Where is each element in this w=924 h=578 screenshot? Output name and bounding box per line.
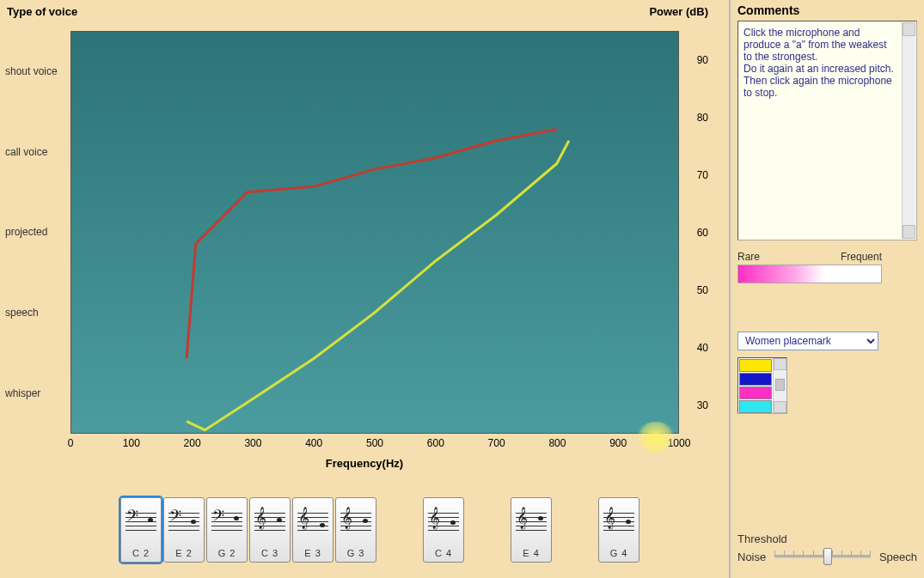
note-button-label: E 2 — [175, 548, 193, 558]
note-head-icon — [538, 516, 543, 520]
note-head-icon — [320, 523, 325, 527]
color-swatch[interactable] — [739, 359, 772, 372]
x-tick: 100 — [123, 437, 140, 449]
note-head-icon — [191, 520, 196, 524]
y2-tick-labels: 30405060708090 — [681, 31, 708, 434]
threshold-title: Threshold — [737, 532, 917, 545]
color-palette-list[interactable] — [737, 357, 787, 414]
bass-clef-icon: 𝄢 — [212, 508, 224, 527]
scroll-up-button[interactable] — [903, 22, 915, 36]
note-head-icon — [626, 520, 631, 524]
placemark-section: Women placemark — [737, 332, 917, 414]
y-category-label: whisper — [5, 388, 69, 399]
x-tick: 500 — [366, 437, 383, 449]
x-tick: 400 — [305, 437, 322, 449]
note-button-e4[interactable]: 𝄞E 4 — [511, 497, 552, 563]
bass-clef-icon: 𝄢 — [126, 508, 138, 527]
y2-tick: 40 — [697, 342, 708, 354]
treble-clef-icon: 𝄞 — [255, 508, 266, 527]
note-button-label: G 2 — [218, 548, 236, 558]
threshold-section: Threshold Noise Speech — [737, 532, 917, 571]
note-button-label: C 3 — [261, 548, 278, 558]
treble-clef-icon: 𝄞 — [604, 508, 615, 527]
y2-tick: 50 — [697, 284, 708, 296]
y2-tick: 80 — [697, 112, 708, 124]
note-button-label: C 4 — [435, 548, 452, 558]
note-head-icon — [234, 516, 239, 520]
note-head-icon — [363, 519, 368, 523]
note-button-label: E 3 — [304, 548, 321, 558]
bass-clef-icon: 𝄢 — [169, 508, 181, 527]
y2-axis-title: Power (dB) — [649, 5, 708, 18]
note-button-g3[interactable]: 𝄞G 3 — [335, 497, 376, 563]
threshold-slider-thumb[interactable] — [823, 548, 832, 565]
y-axis-title: Type of voice — [7, 5, 77, 18]
comments-heading: Comments — [737, 3, 917, 17]
x-tick: 900 — [609, 437, 627, 449]
right-pane: Comments Click the microphone and produc… — [731, 0, 924, 578]
x-tick: 300 — [244, 437, 261, 449]
note-button-label: E 4 — [523, 548, 540, 558]
y-category-label: call voice — [5, 147, 69, 157]
palette-scrollbar[interactable] — [773, 358, 786, 413]
scroll-down-button[interactable] — [903, 225, 915, 239]
color-swatch[interactable] — [739, 400, 772, 413]
palette-scroll-thumb[interactable] — [775, 379, 785, 391]
treble-clef-icon: 𝄞 — [429, 508, 440, 527]
x-tick: 200 — [184, 437, 201, 449]
note-button-g4[interactable]: 𝄞G 4 — [598, 497, 639, 563]
x-tick: 0 — [68, 437, 74, 449]
x-tick: 800 — [548, 437, 566, 449]
threshold-label-speech: Speech — [879, 551, 917, 563]
treble-clef-icon: 𝄞 — [517, 508, 528, 527]
note-button-c3[interactable]: 𝄞C 3 — [249, 497, 291, 563]
y-category-labels: shout voicecall voiceprojectedspeechwhis… — [0, 31, 69, 434]
note-button-label: C 2 — [132, 548, 150, 558]
threshold-label-noise: Noise — [737, 551, 766, 563]
y2-tick: 60 — [697, 227, 708, 239]
plot-canvas[interactable] — [70, 31, 679, 434]
series-yellow — [187, 141, 569, 430]
y-category-label: projected — [5, 227, 69, 237]
palette-scroll-up[interactable] — [774, 358, 786, 370]
note-head-icon — [450, 520, 456, 525]
y-category-label: shout voice — [5, 66, 69, 76]
x-tick-labels: 01002003004005006007008009001000 — [70, 437, 679, 453]
color-swatch[interactable] — [739, 386, 772, 399]
freq-label-rare: Rare — [737, 251, 760, 263]
comments-scrollbar[interactable] — [902, 22, 915, 239]
note-head-icon — [277, 518, 282, 522]
palette-scroll-down[interactable] — [774, 401, 786, 413]
y-category-label: speech — [5, 307, 69, 318]
note-button-e2[interactable]: 𝄢E 2 — [163, 497, 205, 563]
left-pane: Type of voice Power (dB) shout voicecall… — [0, 0, 731, 578]
freq-label-frequent: Frequent — [841, 251, 882, 263]
treble-clef-icon: 𝄞 — [298, 508, 309, 527]
note-button-g2[interactable]: 𝄢G 2 — [206, 497, 248, 563]
comments-text: Click the microphone and produce a "a" f… — [743, 27, 913, 99]
threshold-slider[interactable] — [771, 547, 874, 566]
x-tick: 600 — [427, 437, 444, 449]
x-axis-title: Frequency(Hz) — [326, 457, 403, 470]
y2-tick: 30 — [697, 399, 708, 411]
frequency-gradient-bar — [737, 265, 882, 283]
color-swatch[interactable] — [739, 373, 772, 386]
note-buttons-row: 𝄢C 2𝄢E 2𝄢G 2𝄞C 3𝄞E 3𝄞G 3𝄞C 4𝄞E 4𝄞G 4 — [0, 482, 729, 578]
treble-clef-icon: 𝄞 — [341, 508, 352, 527]
placemark-select[interactable]: Women placemark — [737, 332, 878, 350]
app-root: Type of voice Power (dB) shout voicecall… — [0, 0, 924, 578]
series-red — [187, 129, 557, 358]
note-button-e3[interactable]: 𝄞E 3 — [292, 497, 333, 563]
note-button-c2[interactable]: 𝄢C 2 — [120, 497, 162, 563]
note-button-label: G 3 — [347, 548, 365, 558]
note-head-icon — [148, 518, 153, 522]
x-tick: 700 — [488, 437, 505, 449]
comments-textarea[interactable]: Click the microphone and produce a "a" f… — [737, 21, 917, 240]
chart-area: Type of voice Power (dB) shout voicecall… — [0, 0, 729, 482]
note-button-c4[interactable]: 𝄞C 4 — [423, 497, 464, 563]
cursor-highlight — [636, 422, 676, 453]
y2-tick: 70 — [697, 169, 708, 181]
note-button-label: G 4 — [610, 548, 628, 558]
frequency-legend: Rare Frequent — [737, 251, 917, 283]
y2-tick: 90 — [697, 54, 708, 66]
